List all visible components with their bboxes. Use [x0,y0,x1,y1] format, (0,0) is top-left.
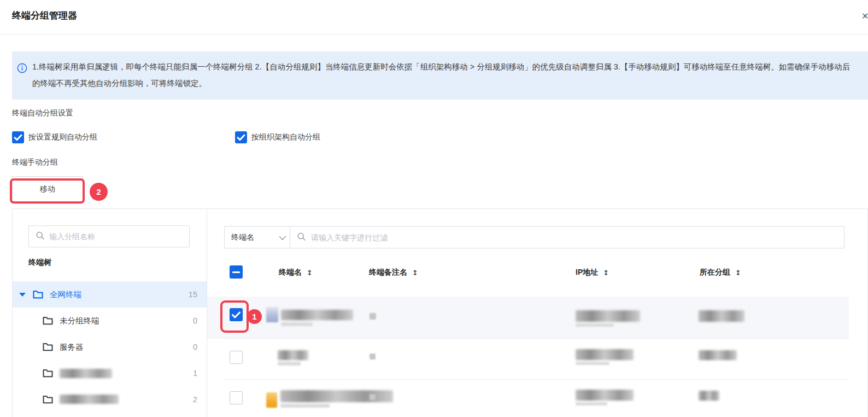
column-header-group[interactable]: 所在分组 ↕ [700,268,741,277]
group-search-box[interactable] [28,225,190,247]
tree-node-all-terminals[interactable]: 全网终端 15 [13,281,207,308]
row-checkbox-checked[interactable] [230,308,243,321]
column-header-remark-name[interactable]: 终端备注名 ↕ [369,268,418,277]
row-divider [223,379,849,380]
terminal-filter-bar: 终端名 [224,226,844,248]
sort-icon[interactable]: ↕ [735,269,741,277]
tree-node-redacted-2[interactable]: 2 [13,386,207,413]
info-icon [17,63,27,73]
rule-auto-group-checkbox[interactable]: 按设置规则自动分组 [12,131,97,143]
redacted-text [278,350,308,360]
redacted-text [281,322,313,326]
redacted-text [576,310,640,322]
checkbox-label: 按设置规则自动分组 [28,132,97,142]
chevron-down-icon [279,233,286,240]
sort-icon[interactable]: ↕ [603,269,609,277]
tree-node-ungrouped[interactable]: 未分组终端 0 [13,308,207,334]
search-icon [297,232,306,243]
redacted-text [699,310,744,322]
redacted-text [370,313,376,320]
row-divider [223,339,849,339]
redacted-text [278,362,301,366]
row-checkbox-unchecked[interactable] [230,351,243,364]
row-checkbox-unchecked[interactable] [230,391,243,404]
redacted-text [699,391,719,401]
checkbox-checked-icon[interactable] [235,131,247,143]
folder-icon [43,395,53,404]
select-all-checkbox[interactable] [230,265,243,279]
tree-node-count: 15 [189,290,197,299]
filter-field-select[interactable]: 终端名 [225,227,290,248]
annotation-badge-step2: 2 [90,183,108,201]
redacted-text [576,362,609,365]
folder-icon [43,343,53,351]
redacted-text [699,350,737,360]
column-label: IP地址 [576,268,598,277]
search-icon [36,231,45,242]
redacted-text [60,369,112,378]
redacted-text [576,323,614,327]
folder-icon [43,369,53,378]
header-divider [0,34,868,34]
column-header-ip[interactable]: IP地址 ↕ [576,268,609,277]
tree-node-count: 1 [193,369,197,378]
redacted-text [576,349,634,360]
annotation-badge-step1: 1 [247,309,262,324]
redacted-text [60,395,119,404]
redacted-text [576,402,607,406]
keyword-search-box[interactable] [290,227,844,248]
sort-icon[interactable]: ↕ [307,269,313,277]
banner-text: 1.终端树采用单归属逻辑，即每个终端只能归属一个终端树分组 2.【自动分组规则】… [32,59,855,91]
tree-node-redacted-1[interactable]: 1 [13,360,207,386]
column-label: 终端备注名 [369,268,407,277]
move-button[interactable]: 移动 [12,176,83,202]
tree-node-count: 0 [193,316,197,325]
tree-node-label: 全网终端 [50,289,81,300]
checkbox-label: 按组织架构自动分组 [251,132,320,142]
info-banner: 1.终端树采用单归属逻辑，即每个终端只能归属一个终端树分组 2.【自动分组规则】… [12,51,868,100]
folder-icon [33,290,43,299]
tree-node-count: 2 [193,395,197,404]
terminal-avatar [266,307,278,322]
manual-group-section-title: 终端手动分组 [12,158,58,167]
auto-group-section-title: 终端自动分组设置 [12,108,73,118]
tree-node-servers[interactable]: 服务器 0 [13,334,207,360]
keyword-search-input[interactable] [311,233,837,242]
terminal-avatar [266,392,277,408]
redacted-text [576,390,634,401]
redacted-text [280,390,393,402]
checkbox-checked-icon[interactable] [12,131,24,143]
folder-icon [43,316,53,325]
filter-field-value: 终端名 [231,233,279,242]
group-search-input[interactable] [49,232,183,241]
page-title: 终端分组管理器 [12,9,77,22]
column-header-terminal-name[interactable]: 终端名 ↕ [279,268,313,277]
terminal-group-manager-modal: 终端分组管理器 ✕ 1.终端树采用单归属逻辑，即每个终端只能归属一个终端树分组 … [0,0,868,417]
org-auto-group-checkbox[interactable]: 按组织架构自动分组 [235,131,320,143]
caret-down-icon[interactable] [19,293,26,297]
redacted-text [370,394,376,400]
tree-node-label: 服务器 [60,342,84,352]
redacted-text [370,354,376,360]
tree-node-count: 0 [193,343,197,351]
column-label: 所在分组 [700,268,730,277]
tree-node-label: 未分组终端 [60,316,99,326]
redacted-text [281,310,353,320]
close-icon[interactable]: ✕ [861,11,868,21]
redacted-text [280,404,330,408]
column-label: 终端名 [279,268,302,277]
sort-icon[interactable]: ↕ [412,269,418,277]
tree-title: 终端树 [28,258,51,268]
